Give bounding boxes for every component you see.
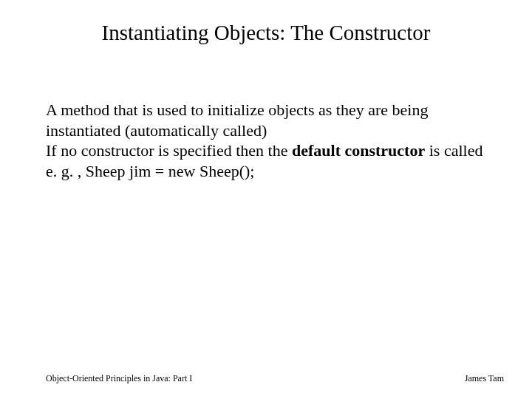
slide-body: A method that is used to initialize obje… xyxy=(46,100,489,181)
body-paragraph-1: A method that is used to initialize obje… xyxy=(46,100,489,140)
body-p2-lead: If no constructor is specified then the xyxy=(46,141,292,160)
footer-right: James Tam xyxy=(465,373,504,384)
slide: Instantiating Objects: The Constructor A… xyxy=(0,0,532,399)
body-p2-bold: default constructor xyxy=(292,141,425,160)
body-paragraph-3: e. g. , Sheep jim = new Sheep(); xyxy=(46,161,489,182)
body-p2-tail: is called xyxy=(425,141,482,160)
footer-left: Object-Oriented Principles in Java: Part… xyxy=(46,373,192,384)
slide-title: Instantiating Objects: The Constructor xyxy=(0,21,532,45)
body-paragraph-2: If no constructor is specified then the … xyxy=(46,140,489,161)
